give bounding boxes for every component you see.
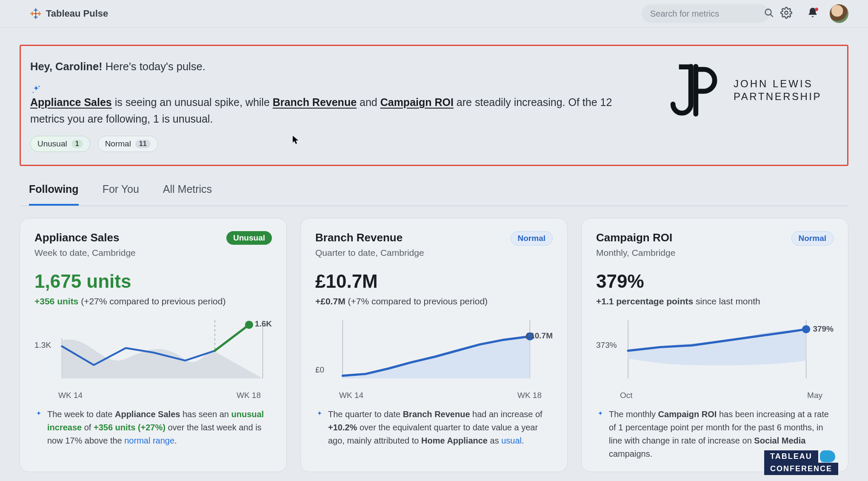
conf-label-top: TABLEAU: [764, 450, 818, 463]
tab-following[interactable]: Following: [29, 177, 79, 206]
conference-badge: TABLEAU CONFERENCE: [764, 450, 838, 475]
card-campaign-roi[interactable]: Campaign ROI Monthly, Cambridge Normal 3…: [581, 218, 848, 472]
chip-unusual-count: 1: [71, 140, 83, 148]
settings-button[interactable]: [777, 4, 796, 23]
link-appliance-sales[interactable]: Appliance Sales: [30, 96, 112, 108]
greeting-name: Hey, Caroline!: [30, 60, 103, 72]
svg-point-16: [245, 321, 253, 329]
svg-point-12: [785, 11, 788, 14]
card-title: Campaign ROI: [596, 231, 675, 244]
conf-label-bot: CONFERENCE: [764, 463, 838, 475]
badge-unusual: Unusual: [226, 231, 272, 245]
chip-unusual[interactable]: Unusual 1: [30, 136, 90, 152]
svg-point-13: [39, 86, 40, 87]
chip-normal-count: 11: [135, 140, 151, 148]
link-campaign-roi[interactable]: Campaign ROI: [380, 96, 454, 108]
svg-line-11: [771, 14, 773, 17]
x-axis: WK 14 WK 18: [315, 391, 553, 400]
topbar: Tableau Pulse: [0, 0, 868, 28]
metric-delta: +£0.7M (+7% compared to previous period): [315, 296, 553, 306]
pulse-summary: Hey, Caroline! Here's today's pulse. App…: [20, 45, 848, 166]
link-branch-revenue[interactable]: Branch Revenue: [273, 96, 357, 108]
badge-normal: Normal: [511, 231, 553, 246]
notification-dot: [815, 8, 818, 11]
badge-normal: Normal: [791, 231, 834, 246]
card-subtitle: Quarter to date, Cambridge: [315, 248, 424, 258]
sparkle-icon: [30, 84, 42, 96]
sparkline-chart: 373% 379%: [596, 316, 834, 387]
metric-value: £10.7M: [315, 271, 553, 292]
app-name: Tableau Pulse: [46, 8, 108, 19]
tableau-icon: [30, 8, 42, 20]
sparkline-chart: 1.3K 1.6K: [34, 316, 272, 387]
search-box[interactable]: [642, 4, 769, 23]
tab-for-you[interactable]: For You: [103, 177, 139, 206]
search-icon[interactable]: [764, 8, 774, 20]
metric-tabs: Following For You All Metrics: [20, 177, 848, 206]
card-subtitle: Week to date, Cambridge: [34, 248, 136, 258]
x-axis: WK 14 WK 18: [34, 391, 272, 400]
gear-icon: [780, 7, 792, 20]
card-insight: The quarter to date Branch Revenue had a…: [315, 408, 553, 447]
salesforce-cloud-icon: [820, 450, 835, 462]
card-title: Branch Revenue: [315, 231, 424, 244]
sparkle-icon: [34, 409, 43, 418]
notifications-button[interactable]: [803, 4, 822, 23]
avatar[interactable]: [830, 4, 848, 23]
svg-rect-15: [679, 64, 693, 69]
metric-value: 379%: [596, 271, 834, 292]
card-title: Appliance Sales: [34, 231, 136, 244]
card-appliance-sales[interactable]: Appliance Sales Week to date, Cambridge …: [20, 218, 287, 472]
card-insight: The week to date Appliance Sales has see…: [34, 408, 272, 447]
app-logo[interactable]: Tableau Pulse: [30, 8, 108, 20]
metric-value: 1,675 units: [34, 271, 272, 292]
card-branch-revenue[interactable]: Branch Revenue Quarter to date, Cambridg…: [300, 218, 568, 472]
partner-brand: JOHN LEWIS PARTNERSHIP: [662, 60, 830, 120]
svg-point-14: [33, 92, 34, 93]
summary-insight: Appliance Sales is seeing an unusual spi…: [30, 82, 645, 127]
brand-line1: JOHN LEWIS: [734, 77, 822, 90]
sparkle-icon: [596, 409, 605, 418]
metric-cards: Appliance Sales Week to date, Cambridge …: [20, 218, 848, 472]
greeting: Hey, Caroline! Here's today's pulse.: [30, 60, 645, 73]
sparkle-icon: [315, 409, 324, 418]
search-input[interactable]: [650, 9, 758, 19]
svg-point-18: [802, 325, 810, 333]
tab-all-metrics[interactable]: All Metrics: [163, 177, 212, 206]
chip-normal[interactable]: Normal 11: [98, 136, 158, 152]
metric-delta: +1.1 percentage points since last month: [596, 296, 834, 306]
sparkline-chart: £0 £10.7M: [315, 316, 553, 387]
card-subtitle: Monthly, Cambridge: [596, 248, 675, 258]
jlp-logo-icon: [662, 60, 722, 120]
brand-line2: PARTNERSHIP: [734, 90, 822, 103]
x-axis: Oct May: [596, 391, 834, 400]
metric-delta: +356 units (+27% compared to previous pe…: [34, 296, 272, 306]
